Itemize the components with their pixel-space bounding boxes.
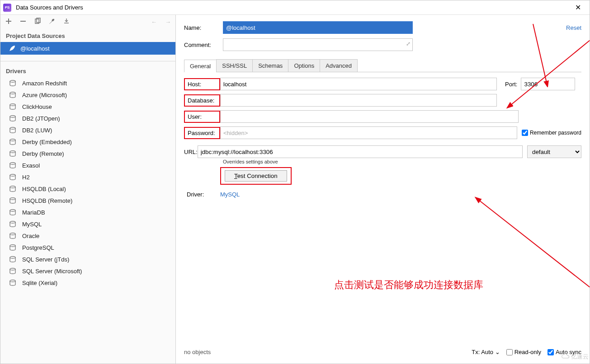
svg-point-5 — [10, 104, 15, 106]
password-input[interactable] — [220, 126, 517, 139]
tab-schemas[interactable]: Schemas — [252, 59, 288, 72]
driver-item[interactable]: SQL Server (Microsoft) — [0, 265, 175, 277]
svg-point-16 — [10, 233, 15, 235]
driver-item[interactable]: HSQLDB (Remote) — [0, 195, 175, 206]
driver-item[interactable]: PostgreSQL — [0, 242, 175, 253]
driver-label: SQL Server (jTds) — [22, 256, 69, 263]
driver-icon — [9, 91, 17, 98]
driver-icon — [9, 279, 17, 286]
driver-item[interactable]: H2 — [0, 171, 175, 183]
driver-link[interactable]: MySQL — [220, 191, 240, 198]
name-label: Name: — [184, 24, 223, 31]
driver-item[interactable]: DB2 (LUW) — [0, 124, 175, 136]
driver-item[interactable]: Azure (Microsoft) — [0, 89, 175, 101]
svg-point-18 — [10, 257, 15, 258]
driver-icon — [9, 197, 17, 204]
driver-item[interactable]: MySQL — [0, 218, 175, 230]
wrench-icon[interactable] — [48, 18, 56, 26]
tab-ssh-ssl[interactable]: SSH/SSL — [216, 59, 253, 72]
url-input[interactable] — [198, 145, 523, 158]
svg-point-17 — [10, 245, 15, 247]
svg-point-9 — [10, 151, 15, 153]
comment-input[interactable]: ⤢ — [223, 38, 413, 51]
forward-icon[interactable]: → — [165, 19, 171, 25]
user-input[interactable] — [220, 110, 519, 123]
driver-item[interactable]: Amazon Redshift — [0, 77, 175, 89]
driver-icon — [9, 232, 17, 239]
svg-point-11 — [10, 174, 15, 176]
svg-point-3 — [10, 80, 15, 82]
password-label: Password: — [184, 127, 220, 139]
feather-icon — [9, 45, 16, 52]
svg-point-13 — [10, 198, 15, 200]
close-icon[interactable]: ✕ — [569, 3, 587, 12]
driver-item[interactable]: Sqlite (Xerial) — [0, 277, 175, 289]
driver-item[interactable]: HSQLDB (Local) — [0, 183, 175, 195]
driver-item[interactable]: Exasol — [0, 159, 175, 171]
tabs: GeneralSSH/SSLSchemasOptionsAdvanced — [184, 59, 581, 72]
driver-icon — [9, 209, 17, 216]
copy-icon[interactable] — [34, 18, 41, 26]
driver-item[interactable]: DB2 (JTOpen) — [0, 112, 175, 124]
remember-password-checkbox[interactable] — [522, 130, 528, 136]
driver-item[interactable]: SQL Server (jTds) — [0, 253, 175, 265]
driver-label: Derby (Embedded) — [22, 139, 72, 145]
back-icon[interactable]: ← — [151, 19, 157, 25]
svg-line-21 — [479, 200, 590, 299]
tx-mode[interactable]: Tx: Auto ⌄ — [472, 349, 500, 355]
svg-point-10 — [10, 163, 15, 164]
app-icon — [3, 4, 11, 12]
port-input[interactable] — [521, 78, 575, 90]
driver-item[interactable]: Derby (Remote) — [0, 148, 175, 159]
driver-label: Amazon Redshift — [22, 80, 67, 87]
watermark: 亿速云 — [562, 353, 589, 361]
driver-icon — [9, 79, 17, 87]
driver-label: HSQLDB (Remote) — [22, 197, 72, 204]
driver-icon — [9, 244, 17, 251]
readonly-checkbox[interactable] — [506, 349, 513, 355]
name-input[interactable] — [223, 21, 413, 34]
svg-point-6 — [10, 116, 15, 117]
svg-point-14 — [10, 210, 15, 211]
tab-advanced[interactable]: Advanced — [320, 59, 358, 72]
readonly-label: Read-only — [514, 349, 541, 355]
svg-point-4 — [10, 92, 15, 94]
remove-icon[interactable] — [19, 18, 27, 26]
driver-icon — [9, 267, 17, 275]
url-label: URL: — [184, 149, 198, 155]
driver-label: SQL Server (Microsoft) — [22, 268, 82, 275]
driver-item[interactable]: Derby (Embedded) — [0, 136, 175, 148]
driver-icon — [9, 150, 17, 157]
driver-icon — [9, 115, 17, 122]
database-input[interactable] — [220, 94, 497, 107]
host-label: Host: — [184, 78, 220, 90]
tab-general[interactable]: General — [184, 60, 217, 72]
test-connection-button[interactable]: Test Connection — [225, 170, 287, 182]
reset-link[interactable]: Reset — [566, 24, 581, 31]
driver-label: ClickHouse — [22, 103, 52, 110]
section-project-ds: Project Data Sources — [0, 29, 175, 42]
svg-point-20 — [10, 280, 15, 282]
tab-options[interactable]: Options — [288, 59, 320, 72]
driver-item[interactable]: MariaDB — [0, 206, 175, 218]
remember-password-label: Remember password — [530, 130, 581, 136]
driver-icon — [9, 138, 17, 145]
datasource-label: @localhost — [20, 45, 50, 52]
add-icon[interactable] — [5, 18, 12, 26]
svg-point-8 — [10, 139, 15, 141]
svg-point-19 — [10, 268, 15, 270]
autosync-checkbox[interactable] — [548, 349, 554, 355]
import-icon[interactable] — [63, 18, 70, 26]
driver-icon — [9, 185, 17, 192]
annotation-text: 点击测试是否能够成功连接数据库 — [334, 278, 483, 292]
driver-item[interactable]: Oracle — [0, 230, 175, 242]
comment-label: Comment: — [184, 42, 223, 48]
url-mode-select[interactable]: default — [527, 145, 581, 158]
driver-label: MySQL — [22, 221, 42, 228]
expand-icon[interactable]: ⤢ — [406, 41, 411, 47]
driver-icon — [9, 173, 17, 181]
driver-item[interactable]: ClickHouse — [0, 101, 175, 112]
host-input[interactable] — [220, 78, 497, 90]
driver-label: PostgreSQL — [22, 244, 54, 251]
datasource-item-selected[interactable]: @localhost — [0, 42, 175, 55]
